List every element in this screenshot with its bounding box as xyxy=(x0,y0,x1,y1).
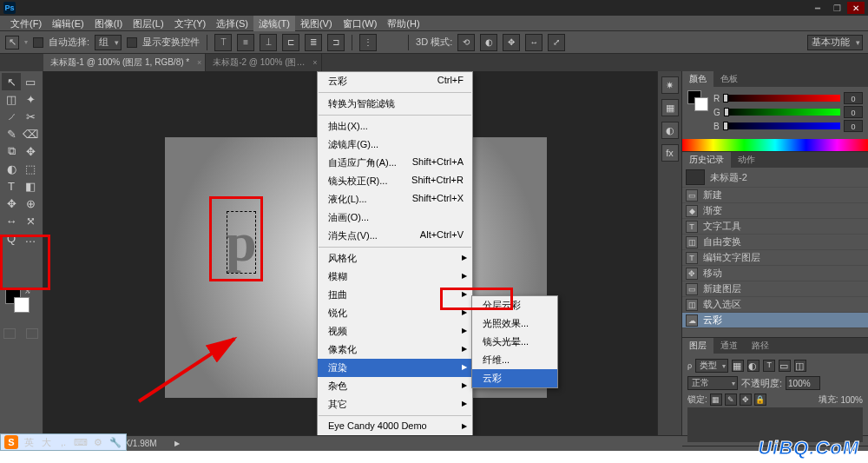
menu-item[interactable]: 滤镜(T) xyxy=(253,16,295,31)
submenu-item[interactable]: 镜头光晕... xyxy=(472,333,557,351)
tab-paths[interactable]: 路径 xyxy=(745,338,776,354)
ime-keyboard-icon[interactable]: ⌨ xyxy=(74,435,88,449)
document-tab[interactable]: 未标题-1 @ 100% (图层 1, RGB/8) *× xyxy=(43,54,206,71)
menu-item[interactable]: 转换为智能滤镜 xyxy=(318,95,472,113)
3d-orbit-icon[interactable]: ⟲ xyxy=(457,34,475,51)
opacity-field[interactable]: 100% xyxy=(786,376,820,390)
history-item[interactable]: T编辑文字图层 xyxy=(682,250,868,266)
auto-select-dropdown[interactable]: 组 xyxy=(95,35,122,50)
tool-button[interactable]: ✥ xyxy=(2,195,21,212)
ime-settings-icon[interactable]: ⚙ xyxy=(91,435,105,449)
3d-slide-icon[interactable]: ↔ xyxy=(525,34,542,51)
menu-item[interactable]: 自适应广角(A)...Shift+Ctrl+A xyxy=(318,154,472,172)
submenu-item[interactable]: 分层云彩 xyxy=(472,296,557,314)
menu-item[interactable]: 液化(L)...Shift+Ctrl+X xyxy=(318,190,472,208)
submenu-item[interactable]: 云彩 xyxy=(472,369,557,387)
history-item[interactable]: ◆渐变 xyxy=(682,203,868,219)
menu-item[interactable]: 编辑(E) xyxy=(47,16,89,31)
menu-item[interactable]: 视频 xyxy=(318,322,472,341)
lock-pixels-icon[interactable]: ✎ xyxy=(725,394,737,406)
tool-button[interactable]: ⧉ xyxy=(2,142,21,160)
panel-fgbg-swatch[interactable] xyxy=(687,90,708,111)
tool-button[interactable]: ◐ xyxy=(2,160,21,177)
close-button[interactable]: ✕ xyxy=(847,2,865,14)
filter-shape-icon[interactable]: ▭ xyxy=(779,360,791,372)
tool-button[interactable]: ✎ xyxy=(2,125,21,142)
menu-item[interactable]: 其它 xyxy=(318,395,472,413)
filter-adjust-icon[interactable]: ◐ xyxy=(747,360,760,372)
tool-button[interactable]: ↖ xyxy=(2,73,21,90)
align-bottom-icon[interactable]: ⟘ xyxy=(260,34,277,51)
standard-mode-icon[interactable] xyxy=(3,328,16,339)
menu-item[interactable]: 锐化 xyxy=(318,304,472,322)
align-left-icon[interactable]: ⊏ xyxy=(282,34,299,51)
menu-item[interactable]: 油画(O)... xyxy=(318,208,472,227)
g-slider[interactable] xyxy=(724,109,840,116)
background-swatch[interactable] xyxy=(14,297,30,313)
menu-item[interactable]: 文件(F) xyxy=(5,16,47,31)
lock-transparent-icon[interactable]: ▦ xyxy=(710,394,722,406)
align-hcenter-icon[interactable]: ≣ xyxy=(305,34,322,51)
ime-toolbar[interactable]: S 英 大 ,. ⌨ ⚙ 🔧 xyxy=(0,433,127,451)
g-value[interactable]: 0 xyxy=(844,106,863,118)
submenu-item[interactable]: 纤维... xyxy=(472,351,557,369)
tool-button[interactable]: ⬚ xyxy=(21,160,40,177)
dock-color-icon[interactable]: ✷ xyxy=(661,76,679,94)
history-item[interactable]: ▭新建图层 xyxy=(682,281,868,297)
3d-scale-icon[interactable]: ⤢ xyxy=(548,34,565,51)
submenu-item[interactable]: 光照效果... xyxy=(472,314,557,333)
layer-kind-dropdown[interactable]: 类型 xyxy=(695,359,728,373)
tool-button[interactable]: Q xyxy=(2,229,21,247)
menu-item[interactable]: 抽出(X)... xyxy=(318,117,472,136)
tool-button[interactable]: ⊕ xyxy=(21,195,40,212)
history-item[interactable]: T文字工具 xyxy=(682,219,868,235)
tab-color[interactable]: 颜色 xyxy=(682,71,713,87)
filter-pixel-icon[interactable]: ▦ xyxy=(732,360,744,372)
tool-button[interactable]: ◧ xyxy=(21,177,40,195)
menu-item[interactable]: 选择(S) xyxy=(211,16,253,31)
menu-item[interactable]: 消失点(V)...Alt+Ctrl+V xyxy=(318,227,472,245)
tab-actions[interactable]: 动作 xyxy=(731,152,762,168)
history-item[interactable]: ◫自由变换 xyxy=(682,235,868,250)
menu-item[interactable]: 视图(V) xyxy=(295,16,338,31)
blend-mode-dropdown[interactable]: 正常 xyxy=(687,376,738,390)
tool-button[interactable]: ⌫ xyxy=(21,125,40,142)
workspace-switcher[interactable]: 基本功能 xyxy=(807,35,863,50)
tool-button[interactable]: T xyxy=(2,177,21,195)
tab-layers[interactable]: 图层 xyxy=(682,338,713,354)
menu-item[interactable]: 帮助(H) xyxy=(382,16,424,31)
tool-button[interactable]: … xyxy=(21,229,40,247)
menu-item[interactable]: 滤镜库(G)... xyxy=(318,136,472,154)
history-item[interactable]: ◫载入选区 xyxy=(682,297,868,313)
tool-button[interactable]: ↔ xyxy=(2,212,21,229)
menu-item[interactable]: Eye Candy 4000 Demo xyxy=(318,418,472,433)
tool-button[interactable]: ⤧ xyxy=(21,212,40,229)
menu-item[interactable]: 像素化 xyxy=(318,341,472,359)
menu-item[interactable]: 图层(L) xyxy=(128,16,168,31)
r-value[interactable]: 0 xyxy=(844,92,863,104)
r-slider[interactable] xyxy=(723,95,840,102)
tool-button[interactable]: ⟋ xyxy=(2,108,21,125)
sogou-icon[interactable]: S xyxy=(4,435,18,449)
tab-swatches[interactable]: 色板 xyxy=(713,71,745,87)
fill-field[interactable]: 100% xyxy=(840,395,863,405)
menu-item[interactable]: 渲染 xyxy=(318,359,472,377)
tool-button[interactable]: ✥ xyxy=(21,142,40,160)
menu-item[interactable]: 燃烧的梨树 xyxy=(318,433,472,435)
history-item[interactable]: ☁云彩 xyxy=(682,313,868,328)
canvas-area[interactable]: p www.psanz.com 云彩Ctrl+F转换为智能滤镜抽出(X)...滤… xyxy=(43,71,657,435)
tab-close-icon[interactable]: × xyxy=(312,58,317,67)
menu-item[interactable]: 杂色 xyxy=(318,377,472,395)
align-right-icon[interactable]: ⊐ xyxy=(327,34,345,51)
history-item[interactable]: ▭新建 xyxy=(682,188,868,203)
menu-item[interactable]: 窗口(W) xyxy=(338,16,383,31)
tool-preset-picker[interactable]: ↖ xyxy=(5,36,19,50)
3d-roll-icon[interactable]: ◐ xyxy=(480,34,497,51)
color-spectrum[interactable] xyxy=(682,139,868,151)
tab-close-icon[interactable]: × xyxy=(197,58,201,67)
tab-channels[interactable]: 通道 xyxy=(713,338,745,354)
tab-history[interactable]: 历史记录 xyxy=(682,152,731,168)
tool-button[interactable]: ◫ xyxy=(2,90,21,108)
filter-smart-icon[interactable]: ◫ xyxy=(794,360,806,372)
auto-select-checkbox[interactable] xyxy=(33,37,43,48)
